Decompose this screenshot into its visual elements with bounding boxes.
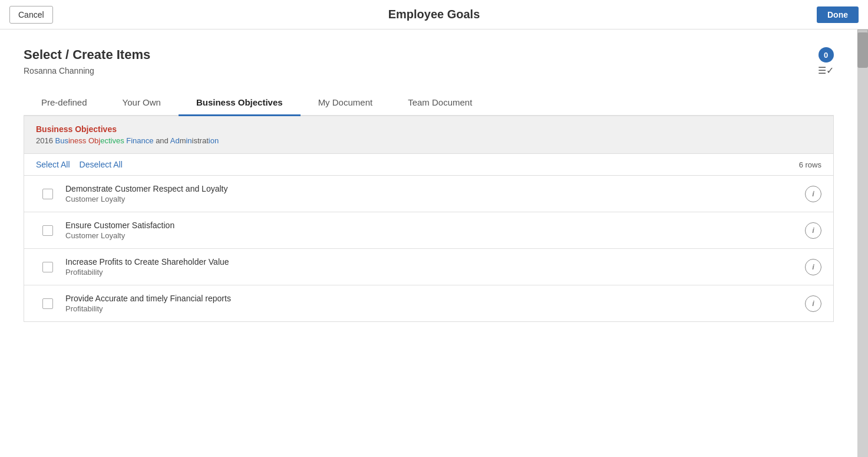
item-content-4: Provide Accurate and timely Financial re… — [60, 294, 805, 313]
checkbox-2[interactable] — [42, 225, 53, 236]
tab-your-own[interactable]: Your Own — [105, 90, 179, 116]
panel: Business Objectives 2016 Business Object… — [24, 116, 834, 322]
list-item: Demonstrate Customer Respect and Loyalty… — [24, 176, 833, 212]
item-title-3: Increase Profits to Create Shareholder V… — [65, 257, 805, 267]
tab-business-objectives[interactable]: Business Objectives — [179, 90, 301, 116]
checkbox-cell-2 — [36, 225, 60, 236]
checkbox-cell-3 — [36, 262, 60, 272]
select-all-link[interactable]: Select All — [36, 160, 70, 169]
tabs-container: Pre-defined Your Own Business Objectives… — [24, 90, 834, 116]
items-badge: 0 — [819, 47, 834, 63]
rows-count: 6 rows — [799, 160, 821, 169]
checkbox-cell-1 — [36, 189, 60, 199]
top-bar: Cancel Employee Goals Done — [0, 0, 868, 29]
done-button[interactable]: Done — [817, 6, 859, 23]
item-content-1: Demonstrate Customer Respect and Loyalty… — [60, 184, 805, 203]
scrollbar-thumb[interactable] — [857, 32, 868, 68]
tab-pre-defined[interactable]: Pre-defined — [24, 90, 105, 116]
tab-team-document[interactable]: Team Document — [390, 90, 490, 116]
page-title: Select / Create Items — [24, 47, 150, 63]
item-content-3: Increase Profits to Create Shareholder V… — [60, 257, 805, 277]
cancel-button[interactable]: Cancel — [9, 6, 53, 24]
info-icon-3[interactable]: i — [805, 259, 821, 275]
employee-name: Rosanna Channing — [24, 66, 150, 75]
panel-header: Business Objectives 2016 Business Object… — [24, 116, 833, 154]
header-section: Select / Create Items Rosanna Channing 0… — [24, 47, 834, 76]
panel-header-subtitle: 2016 Business Objectives Finance and Adm… — [36, 136, 821, 145]
content-area: Select / Create Items Rosanna Channing 0… — [0, 29, 857, 457]
list-toolbar: Select All Deselect All 6 rows — [24, 154, 833, 176]
list-item: Provide Accurate and timely Financial re… — [24, 285, 833, 321]
panel-header-title: Business Objectives — [36, 124, 821, 134]
checkbox-4[interactable] — [42, 298, 53, 309]
item-subtitle-1: Customer Loyalty — [65, 195, 805, 203]
list-item: Increase Profits to Create Shareholder V… — [24, 249, 833, 285]
item-subtitle-2: Customer Loyalty — [65, 231, 805, 240]
info-icon-2[interactable]: i — [805, 222, 821, 239]
checkbox-3[interactable] — [42, 262, 53, 272]
main-container: Select / Create Items Rosanna Channing 0… — [0, 29, 868, 457]
tab-my-document[interactable]: My Document — [301, 90, 391, 116]
toolbar-left: Select All Deselect All — [36, 160, 123, 169]
item-subtitle-3: Profitability — [65, 268, 805, 277]
item-title-1: Demonstrate Customer Respect and Loyalty — [65, 184, 805, 193]
page-header-title: Employee Goals — [388, 8, 480, 21]
checkbox-cell-4 — [36, 298, 60, 309]
item-subtitle-4: Profitability — [65, 304, 805, 313]
info-icon-4[interactable]: i — [805, 295, 821, 312]
deselect-all-link[interactable]: Deselect All — [80, 160, 123, 169]
info-icon-1[interactable]: i — [805, 186, 821, 202]
item-title-4: Provide Accurate and timely Financial re… — [65, 294, 805, 303]
badge-container: 0 ☰✓ — [818, 47, 834, 76]
checkbox-1[interactable] — [42, 189, 53, 199]
checklist-icon[interactable]: ☰✓ — [818, 65, 834, 76]
scrollbar[interactable]: ▲ — [857, 29, 868, 457]
item-content-2: Ensure Customer Satisfaction Customer Lo… — [60, 221, 805, 240]
title-block: Select / Create Items Rosanna Channing — [24, 47, 150, 75]
item-title-2: Ensure Customer Satisfaction — [65, 221, 805, 230]
list-item: Ensure Customer Satisfaction Customer Lo… — [24, 212, 833, 249]
